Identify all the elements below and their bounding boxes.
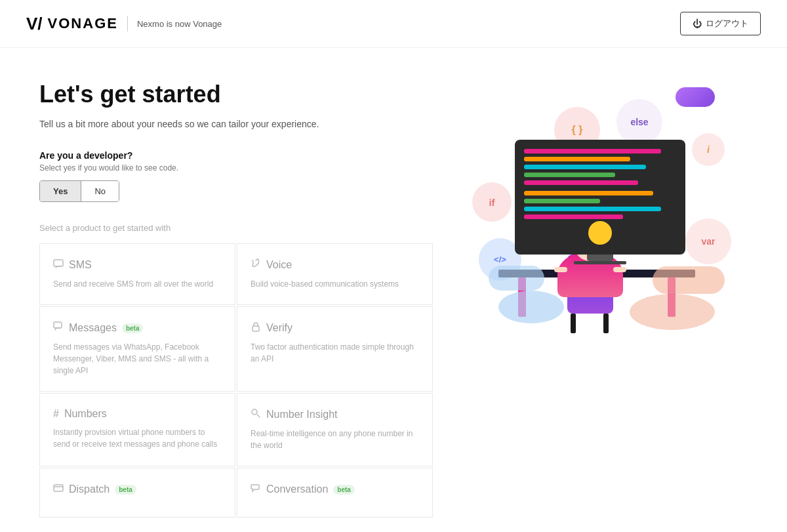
power-icon: ⏻	[693, 18, 702, 29]
svg-rect-0	[54, 260, 63, 266]
products-section-label: Select a product to get started with	[39, 223, 433, 233]
verify-name: Verify	[266, 322, 293, 334]
logo-v-icon: V/	[26, 14, 43, 34]
developer-question: Are you a developer? Select yes if you w…	[39, 150, 433, 202]
conversation-badge: beta	[333, 485, 355, 495]
else-bubble: else	[616, 99, 662, 145]
if-bubble: if	[472, 182, 512, 222]
svg-rect-2	[252, 326, 259, 331]
products-grid: SMS Send and receive SMS from all over t…	[39, 243, 433, 518]
dispatch-name: Dispatch	[69, 483, 110, 495]
person-arm-right	[613, 267, 626, 272]
messages-desc: Send messages via WhatsApp, Facebook Mes…	[53, 341, 222, 377]
product-header-number-insight: Number Insight	[251, 408, 419, 421]
header-divider	[127, 16, 128, 31]
numbers-name: Numbers	[64, 408, 107, 420]
page-subtitle: Tell us a bit more about your needs so w…	[39, 119, 433, 129]
verify-icon	[251, 321, 261, 335]
product-header-sms: SMS	[53, 258, 222, 272]
dev-question-label: Are you a developer?	[39, 150, 433, 161]
number-insight-icon	[251, 408, 261, 421]
number-insight-name: Number Insight	[266, 409, 338, 420]
sms-name: SMS	[69, 259, 92, 271]
product-header-conversation: Conversation beta	[251, 483, 419, 496]
page-title: Let's get started	[39, 81, 433, 108]
numbers-icon: #	[53, 408, 59, 420]
product-header-dispatch: Dispatch beta	[53, 483, 222, 496]
messages-icon	[53, 321, 64, 335]
voice-name: Voice	[266, 259, 292, 271]
hero-illustration: if { } else </> var i	[459, 81, 735, 356]
product-card-conversation[interactable]: Conversation beta	[237, 468, 433, 518]
floor-circle-right	[630, 294, 715, 330]
numbers-desc: Instantly provision virtual phone number…	[53, 426, 222, 450]
svg-rect-1	[54, 322, 62, 328]
product-card-dispatch[interactable]: Dispatch beta	[39, 468, 235, 518]
var-bubble: var	[685, 218, 731, 264]
cloud-bottom-left	[489, 266, 544, 291]
chair-leg-left	[571, 314, 576, 333]
messages-name: Messages	[69, 322, 117, 334]
sms-icon	[53, 258, 64, 272]
header-left: V/ VONAGE Nexmo is now Vonage	[26, 14, 222, 34]
product-header-verify: Verify	[251, 321, 419, 335]
dispatch-badge: beta	[115, 485, 136, 495]
product-header-numbers: # Numbers	[53, 408, 222, 420]
product-header-voice: Voice	[251, 258, 419, 272]
cloud-bottom-right	[653, 266, 725, 294]
logout-button[interactable]: ⏻ ログアウト	[680, 12, 761, 35]
yes-no-toggle: Yes No	[39, 180, 119, 202]
messages-badge: beta	[122, 323, 144, 333]
left-panel: Let's get started Tell us a bit more abo…	[39, 81, 433, 518]
chair-leg-right	[603, 314, 609, 333]
product-card-voice[interactable]: Voice Build voice-based communication sy…	[237, 243, 433, 305]
illustration-panel: if { } else </> var i	[459, 81, 735, 518]
product-card-number-insight[interactable]: Number Insight Real-time intelligence on…	[237, 393, 433, 466]
product-card-verify[interactable]: Verify Two factor authentication made si…	[237, 306, 433, 392]
number-insight-desc: Real-time intelligence on any phone numb…	[251, 428, 419, 451]
svg-rect-4	[54, 485, 63, 491]
floor-circle-left	[498, 291, 564, 323]
vonage-logo: V/ VONAGE	[26, 14, 118, 34]
product-card-messages[interactable]: Messages beta Send messages via WhatsApp…	[39, 306, 235, 392]
header: V/ VONAGE Nexmo is now Vonage ⏻ ログアウト	[0, 0, 787, 48]
product-card-numbers[interactable]: # Numbers Instantly provision virtual ph…	[39, 393, 235, 466]
person-arm-left	[554, 267, 567, 272]
monitor	[515, 140, 685, 264]
dev-question-hint: Select yes if you would like to see code…	[39, 163, 433, 173]
conversation-name: Conversation	[266, 483, 328, 495]
product-card-sms[interactable]: SMS Send and receive SMS from all over t…	[39, 243, 235, 305]
svg-point-3	[252, 409, 257, 415]
cloud-top-decoration	[676, 87, 715, 107]
conversation-icon	[251, 483, 261, 496]
product-header-messages: Messages beta	[53, 321, 222, 335]
verify-desc: Two factor authentication made simple th…	[251, 341, 419, 365]
brand-name: VONAGE	[48, 15, 118, 32]
voice-desc: Build voice-based communication systems	[251, 278, 419, 290]
sms-desc: Send and receive SMS from all over the w…	[53, 278, 222, 290]
yes-button[interactable]: Yes	[40, 181, 81, 201]
logout-label: ログアウト	[706, 18, 748, 30]
header-tagline: Nexmo is now Vonage	[137, 19, 222, 29]
main-content: Let's get started Tell us a bit more abo…	[0, 48, 787, 532]
dispatch-icon	[53, 483, 64, 496]
voice-icon	[251, 258, 261, 272]
i-bubble: i	[692, 133, 725, 166]
no-button[interactable]: No	[81, 181, 119, 201]
